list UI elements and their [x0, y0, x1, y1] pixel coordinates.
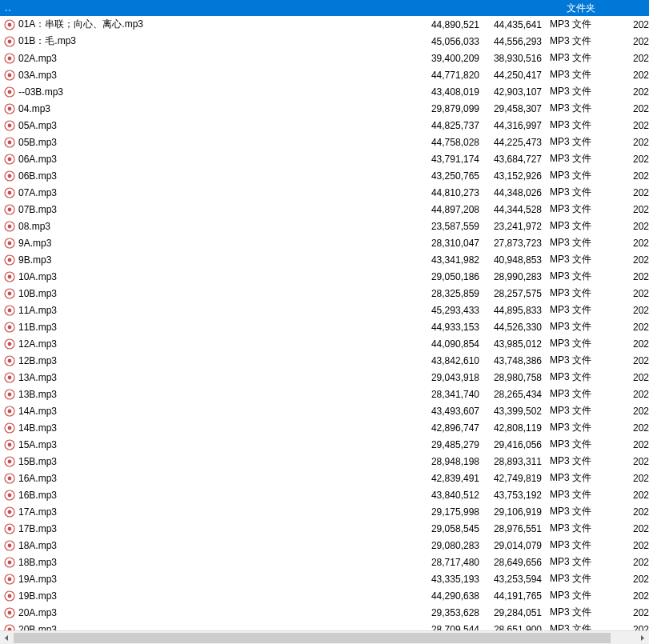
file-row[interactable]: 04.mp329,879,09929,458,307MP3 文件202 [0, 100, 649, 117]
file-date: 202 [619, 238, 649, 249]
file-type: MP3 文件 [547, 286, 619, 300]
mp3-file-icon [3, 237, 16, 250]
mp3-file-icon [3, 338, 16, 350]
mp3-file-icon [3, 287, 16, 300]
mp3-file-icon [3, 606, 16, 619]
file-name: 01B：毛.mp3 [18, 34, 422, 48]
file-row[interactable]: 05B.mp344,758,02844,225,473MP3 文件202 [0, 134, 649, 150]
file-size-original: 44,290,638 [422, 590, 484, 602]
file-row[interactable]: 20A.mp329,353,62829,284,051MP3 文件202 [0, 604, 649, 621]
mp3-file-icon [3, 422, 16, 434]
file-name: 04.mp3 [18, 103, 422, 114]
file-type: MP3 文件 [547, 421, 619, 434]
file-name: 10B.mp3 [18, 288, 422, 299]
file-row[interactable]: 11B.mp344,933,15344,526,330MP3 文件202 [0, 318, 649, 335]
file-type: MP3 文件 [547, 606, 619, 619]
file-row[interactable]: 19A.mp343,335,19343,253,594MP3 文件202 [0, 570, 649, 587]
file-date: 202 [619, 271, 649, 282]
scroll-left-button[interactable] [0, 631, 14, 645]
file-size-packed: 28,990,283 [484, 271, 547, 282]
file-row[interactable]: 12A.mp344,090,85443,985,012MP3 文件202 [0, 335, 649, 352]
file-date: 202 [619, 557, 649, 568]
file-size-original: 28,717,480 [422, 557, 484, 568]
file-row[interactable]: 08.mp323,587,55923,241,972MP3 文件202 [0, 218, 649, 234]
file-size-original: 43,791,174 [422, 154, 484, 165]
file-row[interactable]: --03B.mp343,408,01942,903,107MP3 文件202 [0, 83, 649, 100]
file-size-packed: 44,435,641 [484, 19, 547, 30]
file-row[interactable]: 15B.mp328,948,19828,893,311MP3 文件202 [0, 453, 649, 470]
column-header-name[interactable]: .. [0, 2, 521, 14]
file-size-original: 29,175,998 [422, 506, 484, 518]
file-size-original: 28,310,047 [422, 238, 484, 249]
file-row[interactable]: 19B.mp344,290,63844,191,765MP3 文件202 [0, 587, 649, 604]
file-size-original: 29,058,545 [422, 523, 484, 534]
file-row[interactable]: 03A.mp344,771,82044,250,417MP3 文件202 [0, 66, 649, 83]
svg-point-29 [8, 258, 12, 262]
file-row[interactable]: 02A.mp339,400,20938,930,516MP3 文件202 [0, 50, 649, 66]
mp3-file-icon [3, 455, 16, 468]
file-type: MP3 文件 [547, 354, 619, 367]
svg-point-27 [8, 241, 12, 245]
svg-point-45 [8, 392, 12, 396]
file-size-packed: 43,684,727 [484, 154, 547, 165]
horizontal-scrollbar[interactable] [0, 630, 649, 644]
file-size-packed: 42,808,119 [484, 422, 547, 434]
file-size-packed: 44,250,417 [484, 70, 547, 81]
svg-point-1 [8, 22, 12, 26]
svg-point-59 [8, 510, 12, 514]
svg-point-57 [8, 493, 12, 497]
file-type: MP3 文件 [547, 270, 619, 283]
file-row[interactable]: 14B.mp342,896,74742,808,119MP3 文件202 [0, 419, 649, 436]
mp3-file-icon [3, 405, 16, 418]
file-row[interactable]: 17A.mp329,175,99829,106,919MP3 文件202 [0, 503, 649, 520]
file-row[interactable]: 01B：毛.mp345,056,03344,556,293MP3 文件202 [0, 33, 649, 50]
file-size-original: 43,341,982 [422, 254, 484, 266]
file-row[interactable]: 18B.mp328,717,48028,649,656MP3 文件202 [0, 554, 649, 570]
file-row[interactable]: 07B.mp344,897,20844,344,528MP3 文件202 [0, 201, 649, 218]
scrollbar-thumb[interactable] [14, 633, 611, 643]
file-name: 20A.mp3 [18, 607, 422, 618]
file-size-original: 44,810,273 [422, 187, 484, 198]
svg-point-9 [8, 90, 12, 94]
svg-point-31 [8, 274, 12, 278]
file-row[interactable]: 10B.mp328,325,85928,257,575MP3 文件202 [0, 285, 649, 302]
file-date: 202 [619, 221, 649, 232]
file-size-original: 29,050,186 [422, 271, 484, 282]
mp3-file-icon [3, 35, 16, 48]
file-row[interactable]: 07A.mp344,810,27344,348,026MP3 文件202 [0, 184, 649, 201]
file-date: 202 [619, 305, 649, 316]
file-row[interactable]: 01A：串联；向心、离心.mp344,890,52144,435,641MP3 … [0, 16, 649, 33]
scroll-right-button[interactable] [635, 631, 649, 645]
column-header-row[interactable]: .. 文件夹 [0, 0, 649, 16]
file-row[interactable]: 14A.mp343,493,60743,399,502MP3 文件202 [0, 402, 649, 419]
file-row[interactable]: 13B.mp328,341,74028,265,434MP3 文件202 [0, 386, 649, 402]
file-row[interactable]: 15A.mp329,485,27929,416,056MP3 文件202 [0, 436, 649, 453]
file-name: 06A.mp3 [18, 154, 422, 165]
file-row[interactable]: 11A.mp345,293,43344,895,833MP3 文件202 [0, 302, 649, 318]
svg-point-5 [8, 56, 12, 60]
file-size-packed: 43,753,192 [484, 490, 547, 501]
file-row[interactable]: 12B.mp343,842,61043,748,386MP3 文件202 [0, 352, 649, 369]
file-date: 202 [619, 590, 649, 602]
file-row[interactable]: 10A.mp329,050,18628,990,283MP3 文件202 [0, 268, 649, 285]
file-row[interactable]: 16A.mp342,839,49142,749,819MP3 文件202 [0, 470, 649, 486]
file-size-original: 42,896,747 [422, 422, 484, 434]
file-row[interactable]: 13A.mp329,043,91828,980,758MP3 文件202 [0, 369, 649, 386]
column-header-kind[interactable]: 文件夹 [521, 2, 649, 15]
file-row[interactable]: 05A.mp344,825,73744,316,997MP3 文件202 [0, 117, 649, 134]
file-row[interactable]: 20B.mp328,709,54428,651,900MP3 文件202 [0, 621, 649, 630]
file-row[interactable]: 06B.mp343,250,76543,152,926MP3 文件202 [0, 167, 649, 184]
scrollbar-track[interactable] [14, 631, 635, 645]
file-row[interactable]: 06A.mp343,791,17443,684,727MP3 文件202 [0, 150, 649, 167]
file-row[interactable]: 9B.mp343,341,98240,948,853MP3 文件202 [0, 251, 649, 268]
file-size-original: 29,043,918 [422, 372, 484, 383]
file-name: 03A.mp3 [18, 70, 422, 81]
file-type: MP3 文件 [547, 454, 619, 468]
file-size-packed: 42,903,107 [484, 86, 547, 98]
file-row[interactable]: 18A.mp329,080,28329,014,079MP3 文件202 [0, 537, 649, 554]
file-row[interactable]: 9A.mp328,310,04727,873,723MP3 文件202 [0, 234, 649, 251]
file-row[interactable]: 16B.mp343,840,51243,753,192MP3 文件202 [0, 486, 649, 503]
file-row[interactable]: 17B.mp329,058,54528,976,551MP3 文件202 [0, 520, 649, 537]
file-size-original: 29,879,099 [422, 103, 484, 114]
file-type: MP3 文件 [547, 538, 619, 552]
